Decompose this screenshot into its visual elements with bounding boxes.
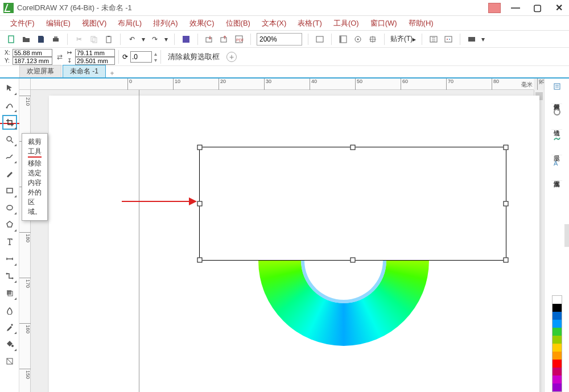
color-swatch[interactable] [552, 336, 562, 344]
color-swatch[interactable] [552, 296, 562, 304]
cut-icon[interactable]: ✂ [73, 34, 85, 45]
save-icon[interactable] [35, 34, 47, 45]
vertical-guideline[interactable] [139, 90, 139, 392]
menu-item-7[interactable]: 文本(X) [256, 16, 292, 30]
rotation-input[interactable] [130, 51, 152, 63]
rectangle-tool-icon[interactable] [2, 183, 17, 198]
menu-item-0[interactable]: 文件(F) [5, 16, 40, 30]
polygon-tool-icon[interactable] [2, 217, 17, 232]
copy-icon[interactable] [88, 34, 100, 45]
crop-handle-se[interactable] [504, 258, 509, 263]
customize-toolbar-icon[interactable] [466, 34, 477, 45]
menu-item-2[interactable]: 视图(V) [76, 16, 112, 30]
connector-tool-icon[interactable] [2, 269, 17, 283]
crop-selection-rectangle[interactable] [199, 147, 506, 261]
rotation-stepper[interactable]: ▴▾ [154, 51, 157, 63]
menu-item-6[interactable]: 位图(B) [220, 16, 256, 30]
show-grid-icon[interactable] [352, 34, 364, 45]
crop-handle-s[interactable] [351, 258, 356, 263]
zoom-level-select[interactable] [257, 33, 302, 46]
crop-handle-sw[interactable] [197, 258, 203, 263]
width-input[interactable] [75, 49, 115, 57]
search-content-icon[interactable] [180, 34, 192, 45]
shape-tool-icon[interactable] [2, 98, 17, 113]
tab-lens[interactable]: 透镜 [551, 120, 562, 130]
color-swatch[interactable] [552, 304, 562, 312]
color-swatch[interactable] [552, 368, 562, 376]
menu-item-9[interactable]: 工具(O) [328, 16, 365, 30]
print-icon[interactable] [50, 34, 61, 45]
menu-item-10[interactable]: 窗口(W) [365, 16, 403, 30]
fullscreen-preview-icon[interactable] [314, 34, 325, 45]
parallel-dimension-tool-icon[interactable] [2, 251, 17, 266]
tab-text-properties[interactable]: 文本属性 [551, 171, 562, 181]
tab-hints[interactable]: 提示 [551, 146, 562, 155]
show-rulers-icon[interactable] [337, 34, 349, 45]
menu-item-5[interactable]: 效果(C) [184, 16, 220, 30]
color-swatch[interactable] [552, 344, 562, 352]
show-guidelines-icon[interactable] [367, 34, 378, 45]
hints-icon[interactable] [551, 132, 563, 143]
minimize-button[interactable]: — [509, 3, 522, 13]
options-icon[interactable] [428, 34, 439, 45]
snap-to-dropdown[interactable]: 贴齐(T) ▸ [390, 34, 416, 45]
menu-item-1[interactable]: 编辑(E) [40, 16, 76, 30]
menu-item-11[interactable]: 帮助(H) [403, 16, 439, 30]
tab-document[interactable]: 未命名 -1 [63, 65, 106, 77]
color-palette[interactable] [552, 295, 562, 392]
x-position-input[interactable] [13, 49, 52, 57]
crop-handle-n[interactable] [351, 145, 356, 150]
customize-dropdown-icon[interactable]: ▾ [481, 34, 485, 45]
app-launcher-icon[interactable] [443, 34, 454, 45]
pick-tool-icon[interactable] [2, 81, 17, 96]
color-swatch[interactable] [552, 360, 562, 368]
lens-icon[interactable] [551, 106, 563, 118]
crop-handle-w[interactable] [197, 201, 203, 207]
crop-handle-e[interactable] [504, 201, 509, 207]
undo-icon[interactable]: ↶ [126, 34, 138, 45]
color-swatch[interactable] [552, 328, 562, 336]
color-swatch[interactable] [552, 320, 562, 328]
zoom-tool-icon[interactable] [2, 132, 17, 147]
text-properties-icon[interactable]: A [551, 158, 563, 169]
maximize-button[interactable]: ▢ [530, 3, 544, 13]
color-swatch[interactable] [552, 383, 562, 391]
ellipse-tool-icon[interactable] [2, 200, 17, 215]
drop-shadow-tool-icon[interactable] [2, 286, 17, 300]
y-position-input[interactable] [13, 57, 52, 65]
smart-fill-tool-icon[interactable] [2, 354, 17, 369]
add-options-button[interactable]: + [226, 52, 237, 62]
artistic-media-tool-icon[interactable] [2, 166, 17, 181]
undo-dropdown-icon[interactable]: ▾ [141, 34, 146, 45]
close-button[interactable]: ✕ [552, 3, 566, 13]
crop-handle-nw[interactable] [197, 145, 203, 150]
color-swatch[interactable] [552, 376, 562, 383]
new-document-icon[interactable] [6, 34, 17, 45]
menu-item-3[interactable]: 布局(L) [112, 16, 147, 30]
menu-item-4[interactable]: 排列(A) [147, 16, 183, 30]
tab-add-button[interactable]: + [107, 69, 117, 77]
close-panel-icon[interactable]: ✕ [538, 80, 543, 86]
redo-icon[interactable]: ↷ [149, 34, 160, 45]
crop-handle-ne[interactable] [504, 145, 509, 150]
interactive-fill-tool-icon[interactable] [2, 337, 17, 352]
text-tool-icon[interactable] [2, 234, 17, 249]
publish-pdf-icon[interactable]: PDF [233, 34, 245, 45]
color-swatch[interactable] [552, 352, 562, 360]
tab-welcome[interactable]: 欢迎屏幕 [19, 65, 61, 77]
tab-object-properties[interactable]: 对象属性 [551, 94, 562, 104]
ruler-origin-corner[interactable] [19, 79, 31, 90]
crop-tool-icon[interactable] [2, 115, 17, 130]
horizontal-ruler[interactable]: 毫米 0102030405060708090100 [31, 79, 534, 90]
paste-icon[interactable] [103, 34, 114, 45]
freehand-tool-icon[interactable] [2, 149, 17, 164]
eyedropper-tool-icon[interactable] [2, 320, 17, 335]
panel-collapse-handle[interactable] [564, 224, 569, 247]
clear-crop-button[interactable]: 清除裁剪选取框 [164, 52, 223, 62]
color-swatch[interactable] [552, 312, 562, 320]
import-icon[interactable] [204, 34, 215, 45]
export-icon[interactable] [218, 34, 230, 45]
redo-dropdown-icon[interactable]: ▾ [164, 34, 168, 45]
user-account-icon[interactable] [488, 3, 501, 13]
object-properties-icon[interactable] [551, 81, 563, 92]
